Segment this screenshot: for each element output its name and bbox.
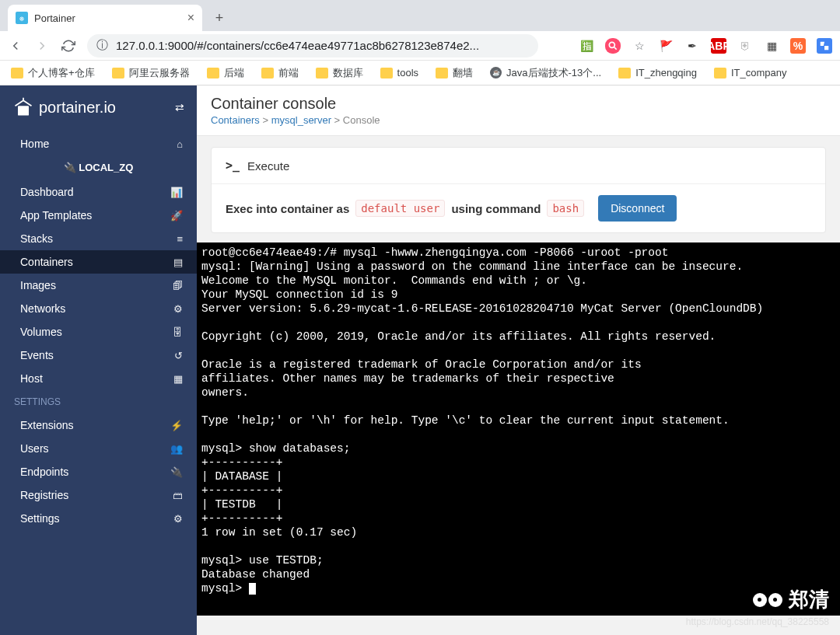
home-icon: ⌂: [177, 138, 183, 150]
watermark: 郑清: [753, 586, 829, 613]
bookmark-item[interactable]: ☕Java后端技术-13个...: [490, 66, 601, 80]
nav-events[interactable]: Events↺: [0, 344, 197, 367]
nav-label: Extensions: [20, 419, 73, 431]
flag-ext-icon[interactable]: 🚩: [658, 38, 674, 54]
page-icon: ☕: [490, 67, 502, 79]
url-field[interactable]: ⓘ 127.0.0.1:9000/#/containers/cc6e474eae…: [87, 34, 538, 58]
settings-icon: ⚙: [173, 513, 183, 525]
nav-label: Volumes: [20, 326, 62, 338]
feather-ext-icon[interactable]: ✒: [684, 38, 700, 54]
bookmark-item[interactable]: 后端: [207, 66, 244, 80]
nav-containers[interactable]: Containers▤: [0, 250, 197, 274]
forward-button[interactable]: [34, 38, 50, 54]
browser-tab[interactable]: ⎈ Portainer ×: [8, 5, 202, 31]
translate-icon[interactable]: 🈯: [579, 38, 594, 54]
nav-host[interactable]: Host▦: [0, 367, 197, 390]
bookmark-item[interactable]: 阿里云服务器: [112, 66, 190, 80]
nav-settings[interactable]: Settings⚙: [0, 507, 197, 530]
nav-app-templates[interactable]: App Templates🚀: [0, 204, 197, 227]
terminal-cursor: [249, 583, 256, 595]
execute-card-head[interactable]: >_ Execute: [212, 148, 825, 184]
nav-dashboard[interactable]: Dashboard📊: [0, 180, 197, 204]
svg-point-0: [609, 42, 614, 47]
bookmark-label: IT_company: [731, 67, 787, 79]
bookmark-label: 翻墙: [453, 66, 473, 80]
terminal[interactable]: root@cc6e474eae49:/# mysql -hwww.zhengqi…: [197, 242, 840, 616]
nav-images[interactable]: Images🗐: [0, 274, 197, 297]
brand-text: portainer.io: [39, 99, 116, 117]
volumes-icon: 🗄: [173, 326, 183, 338]
gtranslate-ext-icon[interactable]: [817, 38, 832, 54]
shield-ext-icon[interactable]: ⛨: [737, 38, 753, 54]
folder-icon: [316, 68, 328, 79]
brand[interactable]: portainer.io: [12, 96, 116, 118]
page-header: Container console Containers > mysql_ser…: [197, 85, 840, 136]
abp-ext-icon[interactable]: ABP: [711, 38, 726, 54]
containers-icon: ▤: [173, 256, 183, 268]
bookmark-item[interactable]: 个人博客+仓库: [11, 66, 95, 80]
folder-icon: [714, 68, 726, 79]
bookmark-item[interactable]: 数据库: [316, 66, 363, 80]
bookmark-label: 阿里云服务器: [129, 66, 190, 80]
watermark-url: https://blog.csdn.net/qq_38225558: [686, 616, 829, 627]
svg-rect-1: [18, 106, 29, 115]
host-icon: ▦: [173, 373, 183, 385]
sidebar-collapse-icon[interactable]: ⇄: [175, 101, 184, 113]
close-tab-icon[interactable]: ×: [187, 11, 194, 25]
bookmark-label: Java后端技术-13个...: [506, 66, 601, 80]
bookmark-label: 前端: [278, 66, 299, 80]
portainer-favicon: ⎈: [16, 12, 28, 24]
nav-environment[interactable]: 🔌 LOCAL_ZQ: [0, 155, 197, 180]
nav-volumes[interactable]: Volumes🗄: [0, 320, 197, 344]
back-button[interactable]: [8, 38, 23, 54]
exec-prefix: Exec into container as: [226, 202, 349, 215]
nav-label: Endpoints: [20, 466, 68, 478]
crumb-container-name[interactable]: mysql_server: [271, 114, 331, 126]
orange-ext-icon[interactable]: %: [790, 38, 806, 54]
bookmark-item[interactable]: tools: [380, 67, 418, 79]
stacks-icon: ≡: [177, 233, 183, 245]
nav-label: Dashboard: [20, 186, 74, 198]
template-icon: 🚀: [170, 210, 183, 222]
nav-users[interactable]: Users👥: [0, 437, 197, 460]
dashboard-icon: 📊: [170, 187, 183, 198]
bookmark-item[interactable]: 翻墙: [436, 66, 473, 80]
networks-icon: ⚙: [173, 303, 183, 315]
nav-label: Containers: [20, 256, 73, 268]
nav-label: Registries: [20, 489, 68, 501]
qr-ext-icon[interactable]: ▦: [764, 38, 779, 54]
tab-title: Portainer: [34, 12, 75, 24]
nav-section-settings: SETTINGS: [0, 390, 197, 413]
nav-endpoints[interactable]: Endpoints🔌: [0, 460, 197, 483]
nav-label: Networks: [20, 302, 65, 315]
execute-card-body: Exec into container as default user usin…: [212, 184, 825, 232]
portainer-logo-icon: [12, 96, 34, 118]
nav-home[interactable]: Home ⌂: [0, 132, 197, 155]
bookmark-star-icon[interactable]: ☆: [632, 38, 647, 54]
folder-icon: [261, 68, 274, 79]
registries-icon: 🗃: [173, 490, 183, 501]
bookmark-item[interactable]: IT_zhengqing: [618, 67, 697, 79]
search-ext-icon[interactable]: [605, 38, 621, 54]
nav-home-label: Home: [20, 138, 49, 150]
nav-stacks[interactable]: Stacks≡: [0, 227, 197, 250]
folder-icon: [436, 68, 448, 79]
disconnect-button[interactable]: Disconnect: [598, 195, 677, 222]
site-info-icon[interactable]: ⓘ: [96, 38, 108, 53]
bookmark-label: 个人博客+仓库: [28, 66, 95, 80]
bookmark-item[interactable]: 前端: [261, 66, 299, 80]
images-icon: 🗐: [173, 280, 183, 291]
nav-registries[interactable]: Registries🗃: [0, 483, 197, 507]
nav-extensions[interactable]: Extensions⚡: [0, 413, 197, 437]
nav-networks[interactable]: Networks⚙: [0, 297, 197, 320]
bookmark-label: IT_zhengqing: [635, 67, 697, 79]
wechat-icon: [753, 593, 782, 607]
crumb-containers[interactable]: Containers: [211, 114, 260, 126]
extension-tray: 🈯 ☆ 🚩 ✒ ABP ⛨ ▦ %: [579, 38, 832, 54]
new-tab-button[interactable]: +: [208, 7, 230, 29]
bookmark-item[interactable]: IT_company: [714, 67, 787, 79]
exec-cmd-tag: bash: [547, 200, 584, 217]
nav-label: Images: [20, 279, 56, 291]
reload-button[interactable]: [61, 38, 76, 54]
endpoints-icon: 🔌: [170, 466, 183, 478]
